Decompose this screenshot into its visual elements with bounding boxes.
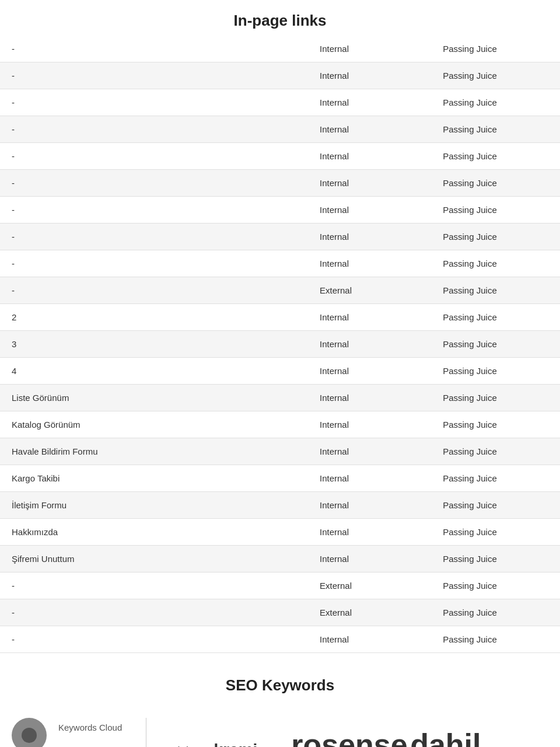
keyword-temizleme: temizleme bbox=[158, 745, 211, 747]
keyword-kremi: kremi bbox=[214, 741, 258, 747]
keywords-divider bbox=[146, 718, 146, 747]
link-anchor: - bbox=[0, 197, 308, 224]
table-row: 3InternalPassing Juice bbox=[0, 331, 560, 358]
table-row: -InternalPassing Juice bbox=[0, 250, 560, 277]
keywords-row: Keywords Cloud temizleme kremi güneş ros… bbox=[12, 712, 548, 747]
link-type: External bbox=[308, 573, 431, 599]
link-type: Internal bbox=[308, 197, 431, 224]
table-row: -InternalPassing Juice bbox=[0, 626, 560, 653]
link-juice: Passing Juice bbox=[431, 304, 560, 331]
link-anchor: - bbox=[0, 89, 308, 116]
table-row: Şifremi UnuttumInternalPassing Juice bbox=[0, 546, 560, 573]
link-type: Internal bbox=[308, 116, 431, 143]
link-juice: Passing Juice bbox=[431, 626, 560, 653]
table-row: 4InternalPassing Juice bbox=[0, 358, 560, 385]
link-type: Internal bbox=[308, 465, 431, 492]
link-anchor: Kargo Takibi bbox=[0, 465, 308, 492]
link-juice: Passing Juice bbox=[431, 62, 560, 89]
link-type: Internal bbox=[308, 143, 431, 170]
link-anchor: - bbox=[0, 36, 308, 62]
seo-title: SEO Keywords bbox=[12, 676, 548, 694]
keywords-cloud: temizleme kremi güneş rosense dahil 50ml… bbox=[158, 718, 548, 747]
page-title: In-page links bbox=[0, 0, 560, 36]
link-anchor: 2 bbox=[0, 304, 308, 331]
link-type: Internal bbox=[308, 89, 431, 116]
link-type: Internal bbox=[308, 385, 431, 411]
keywords-label: Keywords Cloud bbox=[58, 718, 134, 732]
link-juice: Passing Juice bbox=[431, 116, 560, 143]
link-type: Internal bbox=[308, 250, 431, 277]
link-anchor: - bbox=[0, 170, 308, 197]
link-juice: Passing Juice bbox=[431, 546, 560, 573]
link-type: Internal bbox=[308, 492, 431, 519]
link-type: Internal bbox=[308, 411, 431, 438]
link-type: Internal bbox=[308, 358, 431, 385]
table-row: -InternalPassing Juice bbox=[0, 143, 560, 170]
keyword-rosense: rosense bbox=[291, 728, 407, 747]
link-type: Internal bbox=[308, 36, 431, 62]
link-type: External bbox=[308, 599, 431, 626]
links-table: -InternalPassing Juice-InternalPassing J… bbox=[0, 36, 560, 653]
link-anchor: 4 bbox=[0, 358, 308, 385]
link-type: Internal bbox=[308, 62, 431, 89]
table-row: Kargo TakibiInternalPassing Juice bbox=[0, 465, 560, 492]
link-juice: Passing Juice bbox=[431, 224, 560, 250]
link-anchor: - bbox=[0, 573, 308, 599]
table-row: -InternalPassing Juice bbox=[0, 62, 560, 89]
link-juice: Passing Juice bbox=[431, 411, 560, 438]
link-juice: Passing Juice bbox=[431, 89, 560, 116]
link-anchor: İletişim Formu bbox=[0, 492, 308, 519]
link-anchor: Şifremi Unuttum bbox=[0, 546, 308, 573]
table-row: HakkımızdaInternalPassing Juice bbox=[0, 519, 560, 546]
link-juice: Passing Juice bbox=[431, 438, 560, 465]
keywords-cloud-icon-inner bbox=[22, 728, 37, 743]
table-row: -InternalPassing Juice bbox=[0, 116, 560, 143]
link-anchor: - bbox=[0, 224, 308, 250]
link-type: Internal bbox=[308, 546, 431, 573]
link-juice: Passing Juice bbox=[431, 197, 560, 224]
table-row: -InternalPassing Juice bbox=[0, 224, 560, 250]
link-juice: Passing Juice bbox=[431, 170, 560, 197]
link-anchor: - bbox=[0, 599, 308, 626]
table-row: -InternalPassing Juice bbox=[0, 170, 560, 197]
table-row: -ExternalPassing Juice bbox=[0, 599, 560, 626]
link-anchor: - bbox=[0, 116, 308, 143]
link-anchor: - bbox=[0, 277, 308, 304]
link-type: Internal bbox=[308, 626, 431, 653]
table-row: Liste GörünümInternalPassing Juice bbox=[0, 385, 560, 411]
keyword-dahil: dahil bbox=[410, 728, 481, 747]
link-anchor: Katalog Görünüm bbox=[0, 411, 308, 438]
seo-section: SEO Keywords Keywords Cloud temizleme kr… bbox=[0, 653, 560, 747]
link-anchor: - bbox=[0, 143, 308, 170]
link-juice: Passing Juice bbox=[431, 492, 560, 519]
table-row: -InternalPassing Juice bbox=[0, 197, 560, 224]
link-juice: Passing Juice bbox=[431, 358, 560, 385]
link-type: Internal bbox=[308, 304, 431, 331]
link-anchor: - bbox=[0, 62, 308, 89]
table-row: -ExternalPassing Juice bbox=[0, 277, 560, 304]
table-row: -InternalPassing Juice bbox=[0, 89, 560, 116]
link-anchor: Havale Bildirim Formu bbox=[0, 438, 308, 465]
link-juice: Passing Juice bbox=[431, 385, 560, 411]
link-anchor: 3 bbox=[0, 331, 308, 358]
table-row: -InternalPassing Juice bbox=[0, 36, 560, 62]
link-anchor: - bbox=[0, 250, 308, 277]
link-type: Internal bbox=[308, 170, 431, 197]
link-juice: Passing Juice bbox=[431, 143, 560, 170]
link-juice: Passing Juice bbox=[431, 250, 560, 277]
link-juice: Passing Juice bbox=[431, 36, 560, 62]
link-juice: Passing Juice bbox=[431, 519, 560, 546]
link-anchor: - bbox=[0, 626, 308, 653]
link-anchor: Liste Görünüm bbox=[0, 385, 308, 411]
link-type: Internal bbox=[308, 331, 431, 358]
keywords-cloud-icon bbox=[12, 718, 47, 747]
table-row: 2InternalPassing Juice bbox=[0, 304, 560, 331]
link-juice: Passing Juice bbox=[431, 465, 560, 492]
link-type: Internal bbox=[308, 519, 431, 546]
link-juice: Passing Juice bbox=[431, 277, 560, 304]
table-row: -ExternalPassing Juice bbox=[0, 573, 560, 599]
table-row: Katalog GörünümInternalPassing Juice bbox=[0, 411, 560, 438]
table-row: Havale Bildirim FormuInternalPassing Jui… bbox=[0, 438, 560, 465]
link-type: External bbox=[308, 277, 431, 304]
link-type: Internal bbox=[308, 438, 431, 465]
